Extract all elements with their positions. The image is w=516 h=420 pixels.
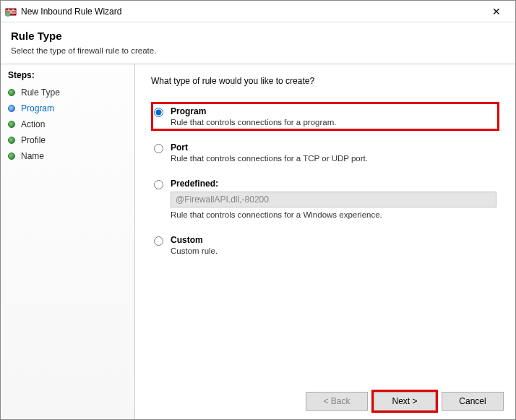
- wizard-content: What type of rule would you like to crea…: [135, 64, 515, 419]
- option-custom-desc: Custom rule.: [171, 247, 496, 255]
- option-predefined[interactable]: Predefined: @FirewallAPI.dll,-80200 Rule…: [151, 174, 499, 223]
- titlebar: New Inbound Rule Wizard ✕: [1, 1, 515, 22]
- rule-type-options: Program Rule that controls connections f…: [151, 102, 499, 260]
- option-port-desc: Rule that controls connections for a TCP…: [171, 154, 496, 163]
- step-rule-type[interactable]: Rule Type: [7, 85, 129, 100]
- step-bullet-icon: [8, 121, 15, 128]
- wizard-footer: < Back Next > Cancel: [306, 392, 504, 411]
- steps-heading: Steps:: [8, 70, 129, 80]
- back-button[interactable]: < Back: [306, 392, 368, 411]
- step-bullet-icon: [8, 89, 15, 96]
- steps-sidebar: Steps: Rule Type Program Action Profile …: [1, 64, 135, 419]
- option-predefined-desc: Rule that controls connections for a Win…: [171, 210, 496, 219]
- option-predefined-label: Predefined:: [171, 179, 496, 189]
- next-button[interactable]: Next >: [374, 392, 436, 411]
- option-program-desc: Rule that controls connections for a pro…: [171, 118, 496, 127]
- step-bullet-icon: [8, 137, 15, 144]
- step-label: Rule Type: [21, 87, 60, 98]
- radio-program[interactable]: [154, 108, 163, 117]
- radio-predefined[interactable]: [154, 180, 163, 189]
- option-program[interactable]: Program Rule that controls connections f…: [151, 102, 499, 131]
- step-action[interactable]: Action: [7, 116, 129, 132]
- window-title: New Inbound Rule Wizard: [21, 7, 482, 17]
- wizard-header: Rule Type Select the type of firewall ru…: [1, 22, 515, 64]
- predefined-select[interactable]: @FirewallAPI.dll,-80200: [171, 192, 496, 207]
- step-program[interactable]: Program: [7, 100, 129, 116]
- wizard-window: New Inbound Rule Wizard ✕ Rule Type Sele…: [0, 0, 516, 420]
- step-bullet-icon: [8, 153, 15, 160]
- step-label: Profile: [21, 135, 46, 145]
- option-port[interactable]: Port Rule that controls connections for …: [151, 138, 499, 167]
- firewall-icon: [5, 6, 17, 17]
- option-custom-label: Custom: [171, 235, 496, 245]
- step-name[interactable]: Name: [7, 148, 129, 164]
- close-button[interactable]: ✕: [482, 1, 511, 22]
- radio-custom[interactable]: [154, 236, 163, 246]
- page-subtitle: Select the type of firewall rule to crea…: [11, 46, 505, 55]
- step-bullet-icon: [8, 105, 15, 112]
- option-port-label: Port: [171, 142, 496, 153]
- svg-point-6: [6, 12, 10, 17]
- wizard-body: Steps: Rule Type Program Action Profile …: [1, 64, 515, 419]
- step-label: Name: [21, 151, 44, 161]
- radio-port[interactable]: [154, 144, 163, 153]
- cancel-button[interactable]: Cancel: [442, 392, 504, 411]
- step-profile[interactable]: Profile: [7, 132, 129, 148]
- page-title: Rule Type: [11, 30, 505, 42]
- option-custom[interactable]: Custom Custom rule.: [151, 231, 499, 260]
- content-prompt: What type of rule would you like to crea…: [151, 76, 499, 86]
- option-program-label: Program: [171, 106, 496, 116]
- step-label: Program: [21, 103, 54, 113]
- step-label: Action: [21, 119, 45, 129]
